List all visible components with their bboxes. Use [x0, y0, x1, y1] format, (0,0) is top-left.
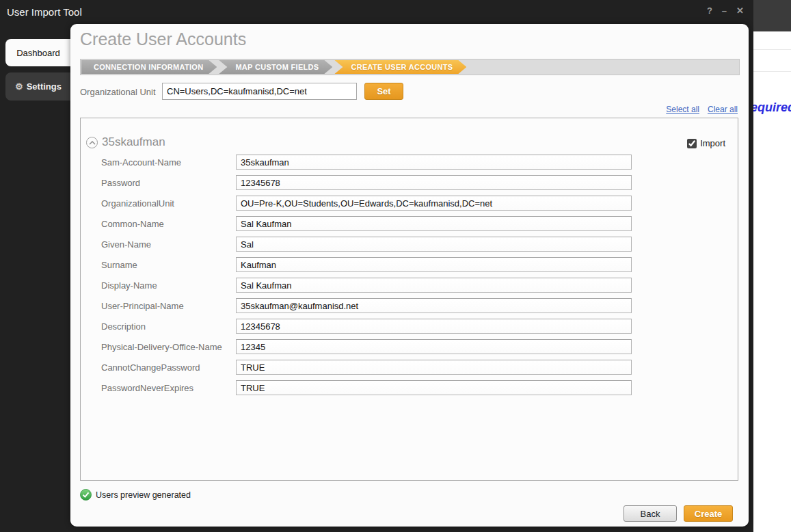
field-label: Sam-Account-Name — [101, 157, 236, 168]
status-text: Users preview generated — [96, 490, 191, 500]
field-input[interactable] — [236, 278, 632, 293]
selection-links: Select all Clear all — [666, 105, 738, 114]
field-row: Display-Name — [101, 278, 632, 293]
field-row: Given-Name — [101, 237, 632, 252]
users-panel: 35skaufman Import Sam-Account-Name Passw… — [80, 118, 738, 481]
field-label: Physical-Delivery-Office-Name — [101, 342, 236, 352]
divider — [753, 71, 791, 72]
field-label: CannotChangePassword — [101, 362, 236, 373]
import-label: Import — [700, 138, 725, 148]
step-create-user-accounts[interactable]: CREATE USER ACCOUNTS — [334, 60, 466, 74]
field-row: Common-Name — [101, 216, 632, 231]
page-title: Create User Accounts — [80, 29, 246, 49]
user-section-title: 35skaufman — [102, 135, 165, 149]
field-label: Display-Name — [101, 280, 236, 291]
field-input[interactable] — [236, 298, 632, 313]
gear-icon: ⚙ — [15, 82, 23, 91]
field-input[interactable] — [236, 175, 632, 190]
field-input[interactable] — [236, 257, 632, 272]
sidebar-item-label: Dashboard — [16, 48, 60, 58]
field-input[interactable] — [236, 216, 632, 231]
create-user-accounts-dialog: Create User Accounts CONNECTION INFORMAT… — [70, 24, 749, 527]
field-row: Surname — [101, 257, 632, 272]
field-row: OrganizationalUnit — [101, 196, 632, 211]
field-label: Description — [101, 321, 236, 332]
field-input[interactable] — [236, 319, 632, 334]
back-button[interactable]: Back — [624, 505, 677, 522]
field-row: User-Principal-Name — [101, 298, 632, 313]
minimize-icon[interactable]: – — [722, 5, 727, 16]
window-controls: ? – ✕ — [707, 5, 744, 16]
field-label: Common-Name — [101, 219, 236, 229]
close-icon[interactable]: ✕ — [736, 5, 744, 16]
field-row: Sam-Account-Name — [101, 155, 632, 170]
divider — [753, 49, 791, 50]
app-window: User Import Tool ? – ✕ Dashboard ⚙ Setti… — [0, 0, 753, 532]
field-input[interactable] — [236, 196, 632, 211]
step-map-custom-fields[interactable]: MAP CUSTOM FIELDS — [219, 60, 332, 74]
field-input[interactable] — [236, 380, 632, 395]
field-input[interactable] — [236, 360, 632, 375]
field-row: Physical-Delivery-Office-Name — [101, 339, 632, 354]
clear-all-link[interactable]: Clear all — [708, 105, 738, 114]
organizational-unit-input[interactable] — [162, 83, 357, 100]
sidebar-item-dashboard[interactable]: Dashboard — [5, 39, 71, 66]
background-window: equired — [753, 0, 791, 532]
organizational-unit-label: Organizational Unit — [80, 87, 156, 97]
status-row: Users preview generated — [80, 489, 191, 501]
field-input[interactable] — [236, 237, 632, 252]
field-row: CannotChangePassword — [101, 360, 632, 375]
chevron-up-icon — [89, 141, 96, 145]
create-button[interactable]: Create — [684, 505, 733, 522]
field-label: Surname — [101, 260, 236, 270]
fields-list: Sam-Account-Name Password Organizational… — [101, 155, 632, 401]
success-icon — [80, 489, 92, 501]
background-required-text: equired — [751, 101, 791, 115]
import-checkbox-wrap[interactable]: Import — [687, 138, 725, 148]
background-window-header — [753, 0, 791, 31]
field-label: User-Principal-Name — [101, 301, 236, 311]
field-label: Password — [101, 178, 236, 188]
wizard-steps: CONNECTION INFORMATION MAP CUSTOM FIELDS… — [80, 59, 740, 75]
sidebar-item-label: Settings — [27, 81, 62, 92]
field-label: PasswordNeverExpires — [101, 383, 236, 393]
field-row: Password — [101, 175, 632, 190]
collapse-icon[interactable] — [86, 137, 98, 148]
field-input[interactable] — [236, 155, 632, 170]
field-input[interactable] — [236, 339, 632, 354]
select-all-link[interactable]: Select all — [666, 105, 699, 114]
field-label: OrganizationalUnit — [101, 198, 236, 209]
set-button[interactable]: Set — [364, 83, 403, 100]
window-title: User Import Tool — [7, 6, 82, 18]
import-checkbox[interactable] — [687, 139, 697, 148]
step-connection-information[interactable]: CONNECTION INFORMATION — [81, 60, 217, 74]
help-icon[interactable]: ? — [707, 5, 712, 16]
field-label: Given-Name — [101, 239, 236, 250]
field-row: PasswordNeverExpires — [101, 380, 632, 395]
field-row: Description — [101, 319, 632, 334]
sidebar-item-settings[interactable]: ⚙ Settings — [5, 72, 71, 101]
